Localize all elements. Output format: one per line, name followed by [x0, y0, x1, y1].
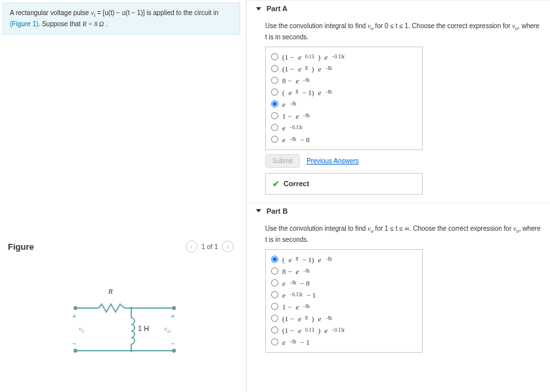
part-a-option-4[interactable]: e−8t [271, 98, 417, 110]
figure-counter: 1 of 1 [201, 243, 218, 250]
plus-left: + [72, 312, 76, 320]
part-a-title: Part A [266, 5, 287, 12]
part-b-option-2[interactable]: e−8t − 8 [271, 277, 417, 289]
part-b-option-1[interactable]: 8 − e−8t [271, 265, 417, 277]
figure-link[interactable]: (Figure 1) [10, 20, 38, 28]
part-a-option-0[interactable]: (1 − e0.13)e−0.13t [271, 51, 417, 63]
figure-prev-button[interactable]: ‹ [186, 241, 198, 252]
part-a-previous-answers-link[interactable]: Previous Answers [307, 157, 358, 165]
minus-right: − [171, 340, 175, 347]
part-a-correct-label: Correct [284, 180, 309, 187]
part-a-prompt: Use the convolution integral to find vo … [265, 22, 541, 41]
part-b-option-4[interactable]: 1 − e−8t [271, 301, 417, 313]
figure-title: Figure [8, 242, 34, 252]
part-b-option-3[interactable]: e−0.13t − 1 [271, 289, 417, 301]
svg-point-10 [130, 349, 133, 352]
part-b-header[interactable]: Part B [247, 203, 550, 219]
circuit-figure: R 1 H vi vo + − + − [66, 288, 184, 367]
minus-left: − [72, 340, 76, 347]
part-a-correct-box: ✔ Correct [265, 173, 423, 195]
plus-right: + [171, 312, 175, 320]
part-b-option-5[interactable]: (1 − e8)e−8t [271, 313, 417, 324]
part-a-option-5[interactable]: 1 − e−8t [271, 110, 417, 122]
problem-eq: = [u(t) − u(t − 1)] is applied to the ci… [95, 9, 219, 16]
figure-next-button[interactable]: › [222, 241, 234, 252]
problem-text-pre: A rectangular voltage pulse [10, 9, 91, 16]
resistor-label: R [108, 287, 113, 295]
part-a-options: (1 − e0.13)e−0.13t (1 − e8)e−8t 8 − e−8t… [265, 47, 423, 150]
part-a-option-7[interactable]: e−8t − 8 [271, 134, 417, 146]
chevron-down-icon [256, 7, 261, 10]
part-a-option-2[interactable]: 8 − e−8t [271, 75, 417, 87]
problem-statement: A rectangular voltage pulse vi = [u(t) −… [3, 3, 240, 35]
svg-point-9 [130, 307, 133, 309]
check-icon: ✔ [272, 179, 280, 189]
part-b-prompt: Use the convolution integral to find vo … [265, 224, 541, 244]
part-b-option-0[interactable]: (e8 − 1)e−8t [271, 254, 417, 265]
part-a-option-3[interactable]: (e8 − 1)e−8t [271, 87, 417, 98]
part-a-header[interactable]: Part A [247, 0, 550, 16]
inductor-label: 1 H [138, 324, 149, 332]
figure-header: Figure ‹ 1 of 1 › [3, 238, 239, 255]
chevron-down-icon [256, 209, 261, 212]
part-b-title: Part B [266, 207, 287, 215]
part-a-submit-button[interactable]: Submit [265, 154, 300, 168]
part-a-option-6[interactable]: e−0.13t [271, 122, 417, 134]
part-b-options: (e8 − 1)e−8t 8 − e−8t e−8t − 8 e−0.13t −… [265, 249, 423, 353]
part-b-option-7[interactable]: e−8t − 1 [271, 336, 417, 348]
part-b-option-6[interactable]: (1 − e0.13)e−0.13t [271, 324, 417, 336]
part-a-option-1[interactable]: (1 − e8)e−8t [271, 63, 417, 75]
